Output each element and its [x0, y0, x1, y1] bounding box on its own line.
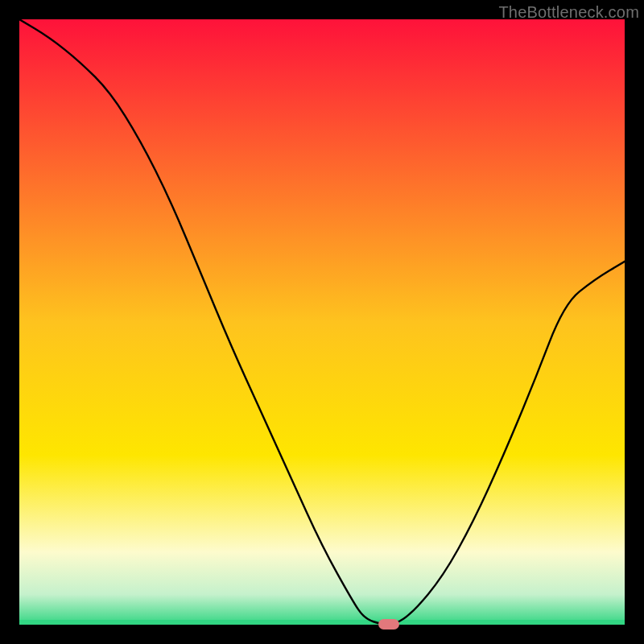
chart-container: TheBottleneck.com: [0, 0, 644, 644]
plot-svg: [19, 19, 625, 625]
plot-area: [19, 19, 625, 625]
baseline-band: [19, 620, 625, 625]
gradient-background: [19, 19, 625, 625]
marker-pill: [378, 619, 399, 630]
